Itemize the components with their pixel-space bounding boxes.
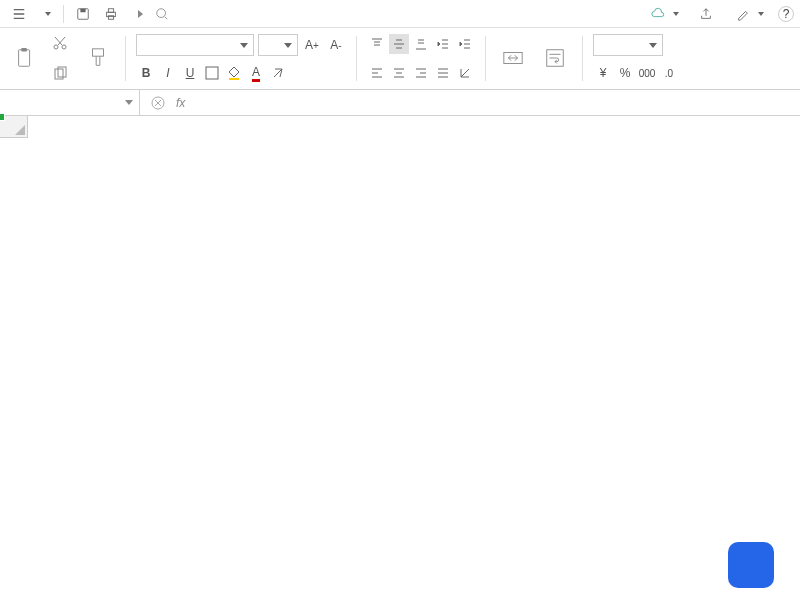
format-painter-button[interactable] [81, 32, 115, 85]
wrap-text-button[interactable] [538, 32, 572, 85]
percent-button[interactable]: % [615, 63, 635, 83]
underline-button[interactable]: U [180, 63, 200, 83]
wps-badge-icon [728, 542, 774, 588]
align-left-button[interactable] [367, 63, 387, 83]
cut-button[interactable] [50, 34, 73, 52]
print-button[interactable] [98, 5, 124, 23]
help-button[interactable]: ? [778, 6, 794, 22]
fx-label[interactable]: fx [176, 96, 185, 110]
scissors-icon [52, 35, 68, 51]
wrap-icon [544, 47, 566, 69]
increase-font-button[interactable]: A+ [302, 35, 322, 55]
ribbon-separator [356, 36, 357, 81]
share-button[interactable] [693, 5, 722, 23]
cancel-icon[interactable] [150, 95, 166, 111]
command-search-input[interactable] [173, 7, 243, 21]
align-center-button[interactable] [389, 63, 409, 83]
align-bottom-button[interactable] [411, 34, 431, 54]
clear-format-button[interactable] [268, 63, 288, 83]
hamburger-menu[interactable] [6, 5, 32, 23]
svg-rect-13 [206, 67, 218, 79]
orientation-button[interactable] [455, 63, 475, 83]
pen-icon [736, 7, 750, 21]
sync-status[interactable] [645, 5, 685, 23]
number-format-select[interactable] [593, 34, 663, 56]
copy-button[interactable] [50, 65, 73, 83]
comment-button[interactable] [730, 5, 770, 23]
ribbon-separator [125, 36, 126, 81]
tabs-overflow-icon[interactable] [138, 10, 143, 18]
border-button[interactable] [202, 63, 222, 83]
svg-point-8 [54, 45, 58, 49]
chevron-down-icon [758, 12, 764, 16]
divider [63, 5, 64, 23]
paste-button[interactable] [8, 32, 42, 85]
font-name-select[interactable] [136, 34, 254, 56]
svg-rect-12 [93, 48, 104, 55]
svg-point-9 [62, 45, 66, 49]
chevron-down-icon [673, 12, 679, 16]
align-top-button[interactable] [367, 34, 387, 54]
merge-icon [502, 47, 524, 69]
brush-icon [87, 47, 109, 69]
search-icon [155, 7, 169, 21]
name-box[interactable] [0, 90, 140, 115]
chevron-down-icon [45, 12, 51, 16]
merge-center-button[interactable] [496, 32, 530, 85]
menu-bar: ? [0, 0, 800, 28]
svg-point-5 [157, 8, 166, 17]
bold-button[interactable]: B [136, 63, 156, 83]
align-middle-button[interactable] [389, 34, 409, 54]
comma-button[interactable]: 000 [637, 63, 657, 83]
increase-decimal-button[interactable]: .0 [659, 63, 679, 83]
wps-logo [728, 542, 782, 588]
currency-button[interactable]: ¥ [593, 63, 613, 83]
file-menu[interactable] [34, 10, 57, 18]
paste-icon [14, 47, 36, 69]
decrease-font-button[interactable]: A- [326, 35, 346, 55]
svg-rect-6 [19, 49, 30, 66]
decrease-indent-button[interactable] [433, 34, 453, 54]
svg-rect-3 [108, 8, 113, 12]
svg-rect-7 [21, 47, 26, 51]
svg-rect-1 [80, 8, 85, 12]
ribbon-separator [582, 36, 583, 81]
cloud-icon [651, 7, 665, 21]
ribbon-separator [485, 36, 486, 81]
share-icon [699, 7, 713, 21]
command-search[interactable] [155, 7, 243, 21]
font-size-select[interactable] [258, 34, 298, 56]
align-right-button[interactable] [411, 63, 431, 83]
font-color-button[interactable]: A [246, 63, 266, 83]
formula-bar: fx [0, 90, 800, 116]
svg-rect-14 [229, 78, 239, 80]
select-all-corner[interactable] [0, 116, 28, 138]
align-justify-button[interactable] [433, 63, 453, 83]
increase-indent-button[interactable] [455, 34, 475, 54]
save-button[interactable] [70, 5, 96, 23]
ribbon: A+ A- B I U A [0, 28, 800, 90]
fill-color-button[interactable] [224, 63, 244, 83]
copy-icon [52, 66, 68, 82]
italic-button[interactable]: I [158, 63, 178, 83]
